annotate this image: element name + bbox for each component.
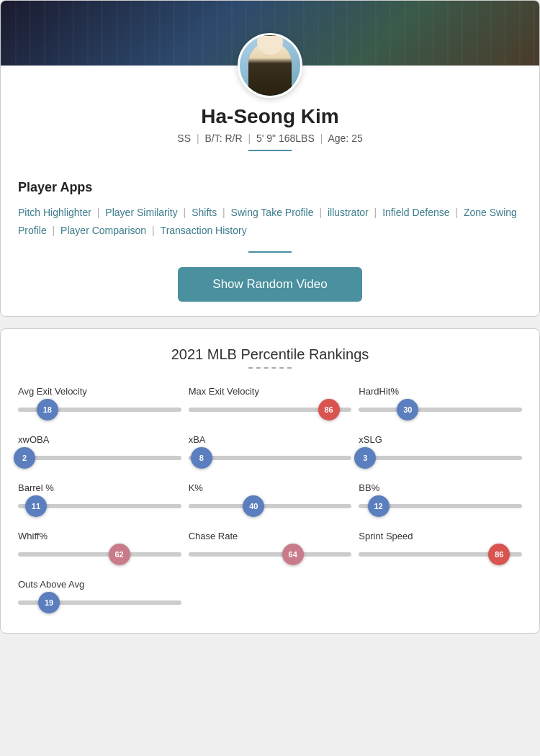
show-random-video-button[interactable]: Show Random Video: [178, 267, 361, 302]
percentile-item: HardHit%30: [359, 386, 522, 420]
percentile-label: Barrel %: [18, 482, 181, 493]
percentile-item: xBA8: [189, 434, 352, 468]
percentile-title: 2021 MLB Percentile Rankings: [18, 346, 522, 363]
slider-wrap: 18: [18, 400, 181, 420]
percentile-item: Barrel %11: [18, 482, 181, 516]
position: SS: [177, 132, 191, 144]
percentile-item: Max Exit Velocity86: [189, 386, 352, 420]
slider-track: [359, 456, 522, 460]
apps-divider: [248, 251, 292, 253]
height-weight: 5' 9" 168LBS: [256, 132, 315, 144]
slider-thumb: 3: [354, 447, 376, 469]
slider-wrap: 2: [18, 448, 181, 468]
percentile-item: Chase Rate64: [189, 531, 352, 564]
slider-wrap: 3: [359, 448, 522, 468]
slider-track: [189, 456, 352, 460]
slider-thumb: 30: [397, 399, 418, 420]
percentile-card: 2021 MLB Percentile Rankings Avg Exit Ve…: [0, 328, 540, 634]
slider-thumb: 64: [282, 544, 304, 565]
slider-wrap: 30: [359, 400, 522, 420]
slider-thumb: 8: [191, 447, 212, 469]
slider-wrap: 86: [359, 544, 522, 564]
percentile-item: xSLG3: [359, 434, 522, 468]
app-link[interactable]: Player Comparison: [60, 225, 146, 236]
slider-wrap: 8: [189, 448, 352, 468]
percentile-label: Sprint Speed: [359, 531, 522, 541]
age: Age: 25: [328, 132, 362, 144]
slider-thumb: 11: [25, 495, 47, 517]
player-divider: [248, 150, 292, 151]
app-link[interactable]: Player Similarity: [105, 207, 177, 218]
slider-thumb: 2: [14, 447, 35, 469]
slider-wrap: 86: [189, 400, 352, 420]
bats-throws: B/T: R/R: [204, 132, 242, 144]
slider-track: [18, 456, 181, 460]
percentile-item: Whiff%62: [18, 531, 181, 564]
avatar: [238, 33, 302, 98]
slider-thumb: 86: [318, 399, 340, 420]
app-link[interactable]: Swing Take Profile: [231, 207, 314, 218]
percentile-label: HardHit%: [359, 386, 522, 397]
percentile-label: Whiff%: [18, 531, 181, 541]
slider-wrap: 12: [359, 496, 522, 516]
percentile-label: K%: [189, 482, 352, 493]
percentile-item: Sprint Speed86: [359, 531, 522, 564]
percentile-label: Max Exit Velocity: [189, 386, 352, 397]
percentile-item: BB%12: [359, 482, 522, 516]
app-link[interactable]: Pitch Highlighter: [18, 207, 91, 218]
app-link[interactable]: Transaction History: [161, 225, 247, 236]
percentile-grid: Avg Exit Velocity18Max Exit Velocity86Ha…: [18, 386, 522, 613]
percentile-label: Chase Rate: [189, 531, 352, 541]
percentile-label: BB%: [359, 482, 522, 493]
player-meta: SS | B/T: R/R | 5' 9" 168LBS | Age: 25: [15, 132, 525, 144]
apps-links: Pitch Highlighter | Player Similarity | …: [18, 204, 522, 240]
player-card: Ha-Seong Kim SS | B/T: R/R | 5' 9" 168LB…: [0, 0, 540, 317]
percentile-label: xSLG: [359, 434, 522, 445]
percentile-item: K%40: [189, 482, 352, 516]
percentile-label: xBA: [189, 434, 352, 445]
player-name: Ha-Seong Kim: [15, 105, 525, 128]
slider-track: [359, 408, 522, 412]
app-link[interactable]: illustrator: [328, 207, 369, 218]
slider-thumb: 62: [109, 544, 130, 565]
slider-wrap: 62: [18, 544, 181, 564]
slider-track: [189, 552, 352, 557]
player-apps-section: Player Apps Pitch Highlighter | Player S…: [1, 180, 539, 316]
app-link[interactable]: Infield Defense: [382, 207, 449, 218]
slider-thumb: 18: [37, 399, 58, 420]
slider-thumb: 86: [488, 544, 510, 565]
percentile-label: Avg Exit Velocity: [18, 386, 181, 397]
slider-thumb: 12: [368, 495, 390, 517]
player-info: Ha-Seong Kim SS | B/T: R/R | 5' 9" 168LB…: [1, 98, 539, 180]
percentile-label: xwOBA: [18, 434, 181, 445]
percentile-item: Avg Exit Velocity18: [18, 386, 181, 420]
slider-thumb: 19: [38, 592, 60, 613]
percentile-item: xwOBA2: [18, 434, 181, 468]
slider-wrap: 19: [18, 593, 181, 613]
slider-wrap: 11: [18, 496, 181, 516]
slider-thumb: 40: [243, 495, 264, 517]
slider-wrap: 40: [189, 496, 352, 516]
avatar-wrap: [1, 33, 539, 98]
slider-wrap: 64: [189, 544, 352, 564]
percentile-item: Outs Above Avg19: [18, 579, 181, 613]
apps-section-title: Player Apps: [18, 180, 522, 195]
slider-track: [18, 552, 181, 557]
percentile-label: Outs Above Avg: [18, 579, 181, 590]
app-link[interactable]: Shifts: [192, 207, 217, 218]
slider-track: [189, 504, 352, 508]
percentile-underline: [248, 367, 292, 369]
